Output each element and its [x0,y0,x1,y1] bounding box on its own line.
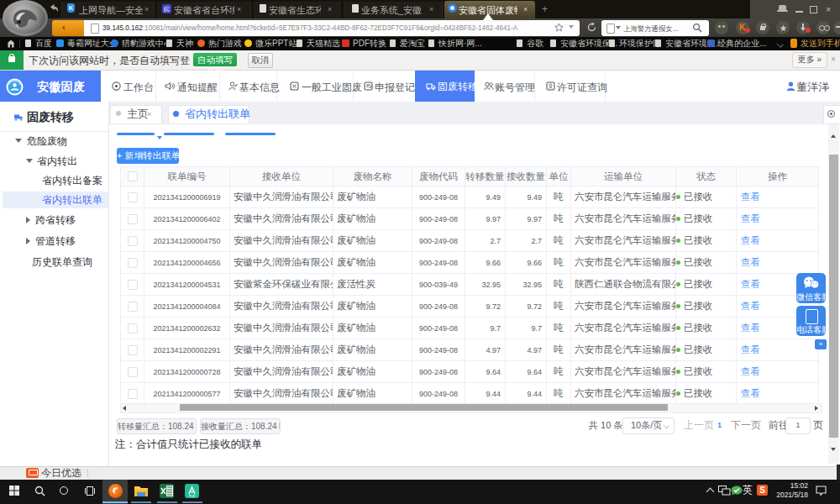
svg-text:PDF: PDF [189,494,197,498]
